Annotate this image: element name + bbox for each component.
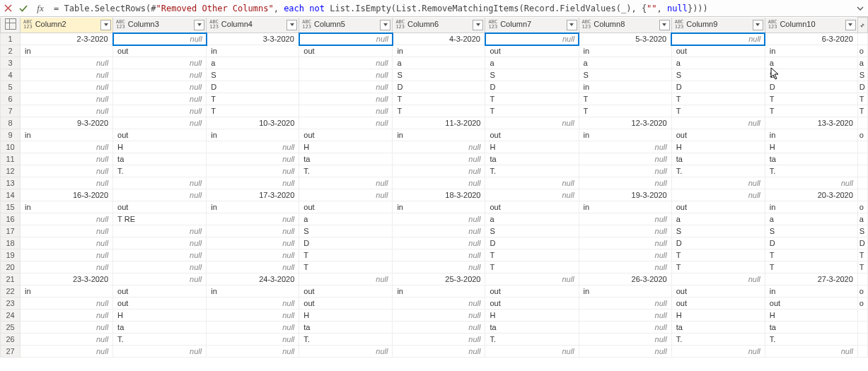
cell[interactable]: in	[765, 201, 857, 213]
cell[interactable]: null	[579, 298, 671, 310]
cell[interactable]: in	[765, 45, 857, 57]
cell[interactable]: null	[21, 237, 113, 249]
cell[interactable]: in	[393, 129, 485, 141]
cell[interactable]: null	[113, 105, 207, 117]
column-filter-dropdown[interactable]	[473, 20, 483, 30]
cell[interactable]: null	[113, 177, 207, 189]
cell[interactable]: null	[671, 346, 765, 358]
cell[interactable]: T.	[299, 165, 393, 177]
column-header-column4[interactable]: ABC123Column4	[207, 18, 299, 33]
cell[interactable]: D	[765, 237, 857, 249]
cell[interactable]: null	[671, 117, 765, 129]
cell[interactable]: null	[21, 93, 113, 105]
cell[interactable]: null	[113, 93, 207, 105]
row-header[interactable]: 9	[1, 129, 21, 141]
cell[interactable]: 23-3-2020	[21, 273, 113, 285]
cell[interactable]: ta	[671, 153, 765, 165]
cell[interactable]: null	[21, 298, 113, 310]
cell[interactable]: T	[671, 105, 765, 117]
cell[interactable]: out	[765, 298, 857, 310]
cell[interactable]: T	[765, 261, 857, 273]
cell[interactable]: D	[393, 81, 485, 93]
cell[interactable]: null	[21, 322, 113, 334]
cell[interactable]: null	[207, 310, 299, 322]
cell[interactable]: out	[113, 285, 207, 298]
cell[interactable]: S	[393, 69, 485, 81]
cell[interactable]: S	[207, 69, 299, 81]
cell[interactable]: null	[207, 346, 299, 358]
cell[interactable]: H	[765, 310, 857, 322]
column-filter-dropdown[interactable]	[845, 20, 856, 30]
cell[interactable]: H	[671, 310, 765, 322]
cell[interactable]: out	[485, 285, 579, 298]
column-header-column10[interactable]: ABC123Column10	[765, 18, 857, 33]
cell[interactable]: in	[579, 201, 671, 213]
cell[interactable]: in	[21, 45, 113, 57]
cell[interactable]: null	[113, 261, 207, 273]
row-header[interactable]: 25	[1, 322, 21, 334]
row-header[interactable]: 17	[1, 225, 21, 237]
cell[interactable]: S	[671, 225, 765, 237]
cell[interactable]: 4-3-2020	[393, 33, 485, 45]
column-filter-dropdown[interactable]	[753, 20, 763, 30]
cell[interactable]: 17-3-2020	[207, 189, 299, 201]
expand-formula-button[interactable]	[852, 1, 868, 16]
column-header-column6[interactable]: ABC123Column6	[393, 18, 485, 33]
cell[interactable]: in	[207, 285, 299, 298]
cell[interactable]: null	[207, 153, 299, 165]
cell[interactable]: a	[671, 57, 765, 69]
select-all-corner[interactable]	[1, 18, 21, 33]
cell[interactable]: null	[579, 141, 671, 153]
cell[interactable]: null	[299, 177, 393, 189]
cell[interactable]: a	[765, 57, 857, 69]
cell[interactable]: out	[299, 298, 393, 310]
cell[interactable]: H	[113, 310, 207, 322]
cell[interactable]: null	[671, 177, 765, 189]
cell[interactable]: null	[207, 225, 299, 237]
cell[interactable]: in	[207, 129, 299, 141]
cell[interactable]: null	[579, 346, 671, 358]
formula-input[interactable]: = Table.SelectRows(#"Removed Other Colum…	[50, 4, 852, 13]
cell[interactable]: null	[299, 105, 393, 117]
cell[interactable]: null	[207, 165, 299, 177]
cell[interactable]: null	[207, 249, 299, 261]
cell[interactable]: T.	[485, 334, 579, 346]
cell[interactable]: 27-3-2020	[765, 273, 857, 285]
cell[interactable]: null	[113, 33, 207, 45]
cell[interactable]: null	[21, 225, 113, 237]
row-header[interactable]: 8	[1, 117, 21, 129]
row-header[interactable]: 6	[1, 93, 21, 105]
cell[interactable]: T.	[113, 334, 207, 346]
column-header-column8[interactable]: ABC123Column8	[579, 18, 671, 33]
cell[interactable]: T	[579, 93, 671, 105]
row-header[interactable]: 26	[1, 334, 21, 346]
cell[interactable]: null	[21, 105, 113, 117]
column-filter-dropdown[interactable]	[194, 20, 204, 30]
cell[interactable]: H	[671, 141, 765, 153]
cell[interactable]: out	[299, 285, 393, 298]
row-header[interactable]: 19	[1, 249, 21, 261]
cell[interactable]: null	[21, 165, 113, 177]
row-header[interactable]: 2	[1, 45, 21, 57]
cell[interactable]: T.	[299, 334, 393, 346]
cell[interactable]: null	[21, 249, 113, 261]
cell[interactable]: 12-3-2020	[579, 117, 671, 129]
cell[interactable]: T	[207, 93, 299, 105]
cell[interactable]: null	[113, 57, 207, 69]
cell[interactable]: T	[485, 249, 579, 261]
cell[interactable]: out	[485, 201, 579, 213]
cell[interactable]: null	[207, 298, 299, 310]
cell[interactable]: null	[579, 165, 671, 177]
cell[interactable]: D	[485, 81, 579, 93]
cell[interactable]: null	[113, 69, 207, 81]
cell[interactable]: null	[579, 249, 671, 261]
cell[interactable]: out	[113, 298, 207, 310]
cell[interactable]: in	[579, 81, 671, 93]
cell[interactable]: null	[671, 33, 765, 45]
cell[interactable]: out	[113, 129, 207, 141]
cell[interactable]: out	[485, 45, 579, 57]
cell[interactable]: null	[113, 346, 207, 358]
cell[interactable]: ta	[299, 322, 393, 334]
cell[interactable]: a	[765, 213, 857, 225]
cell[interactable]: null	[21, 334, 113, 346]
